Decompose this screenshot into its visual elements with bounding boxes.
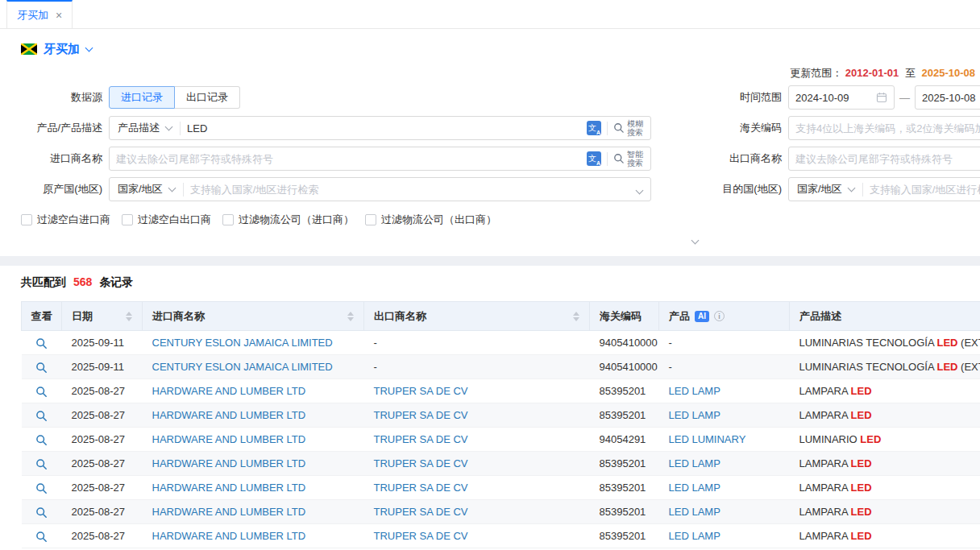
chevron-down-icon[interactable] — [85, 44, 93, 52]
desc-highlight: LED — [851, 482, 872, 494]
tab-close-icon[interactable]: × — [56, 10, 62, 21]
hs-code-cell: 85395201 — [590, 476, 659, 500]
tab-label: 牙买加 — [17, 8, 48, 23]
col-exporter-label: 出口商名称 — [374, 309, 426, 324]
table-row: 2025-09-11CENTURY ESLON JAMAICA LIMITED-… — [22, 355, 980, 379]
product-cell: LED LUMINARY — [659, 428, 790, 452]
magnifier-icon — [35, 434, 48, 446]
exporter-cell: TRUPER SA DE CV — [364, 452, 590, 476]
desc-highlight: LED — [851, 385, 872, 397]
table-row: 2025-08-27HARDWARE AND LUMBER LTDTRUPER … — [22, 403, 980, 428]
exporter-cell: TRUPER SA DE CV — [364, 403, 590, 428]
origin-country-input[interactable] — [184, 184, 637, 196]
origin-type-select[interactable]: 国家/地区 — [110, 182, 183, 196]
exporter-cell: TRUPER SA DE CV — [364, 500, 590, 524]
view-record-button[interactable] — [35, 386, 48, 398]
date-cell: 2025-08-27 — [62, 500, 143, 524]
exporter-link[interactable]: TRUPER SA DE CV — [374, 457, 468, 469]
checkbox-filter-logistics-exporter[interactable]: 过滤物流公司（出口商） — [365, 213, 496, 227]
translate-icon[interactable]: 文A — [587, 121, 601, 135]
search-icon — [613, 153, 625, 164]
exporter-link[interactable]: TRUPER SA DE CV — [374, 530, 468, 542]
view-record-button[interactable] — [35, 531, 48, 543]
importer-link[interactable]: CENTURY ESLON JAMAICA LIMITED — [152, 361, 333, 373]
origin-type-select-value: 国家/地区 — [118, 182, 163, 196]
checkbox-filter-logistics-importer[interactable]: 过滤物流公司（进口商） — [222, 213, 354, 227]
smart-search-toggle[interactable]: 智能搜索 — [613, 150, 644, 167]
exporter-name-input[interactable] — [789, 153, 980, 165]
importer-cell: HARDWARE AND LUMBER LTD — [143, 524, 364, 548]
exporter-link[interactable]: TRUPER SA DE CV — [374, 385, 468, 397]
product-type-select[interactable]: 产品描述 — [110, 121, 180, 135]
desc-highlight: LED — [851, 530, 872, 542]
checkbox-icon[interactable] — [122, 214, 133, 225]
importer-link[interactable]: HARDWARE AND LUMBER LTD — [152, 506, 306, 518]
origin-dropdown[interactable] — [637, 184, 650, 196]
checkbox-icon[interactable] — [21, 214, 32, 225]
collapse-filters-button[interactable] — [683, 235, 706, 248]
export-records-button[interactable]: 出口记录 — [175, 86, 240, 109]
product-link[interactable]: LED LAMP — [669, 409, 720, 421]
desc-text: LUMINARIO — [799, 433, 861, 445]
view-record-button[interactable] — [35, 410, 48, 422]
desc-highlight: LED — [860, 433, 881, 445]
checkbox-icon[interactable] — [365, 214, 376, 225]
product-link[interactable]: LED LAMP — [669, 385, 720, 397]
importer-cell: CENTURY ESLON JAMAICA LIMITED — [143, 331, 364, 355]
end-date-input[interactable]: 2025-10-08 — [915, 85, 980, 110]
exporter-link[interactable]: TRUPER SA DE CV — [374, 482, 468, 494]
importer-name-input[interactable] — [110, 153, 580, 165]
view-record-button[interactable] — [35, 482, 48, 494]
product-link[interactable]: LED LAMP — [669, 506, 720, 518]
sort-importer[interactable] — [347, 312, 354, 321]
exporter-link[interactable]: TRUPER SA DE CV — [374, 506, 468, 518]
view-record-button[interactable] — [35, 362, 48, 374]
exporter-link[interactable]: TRUPER SA DE CV — [374, 409, 468, 421]
checkbox-filter-blank-exporter[interactable]: 过滤空白出口商 — [122, 213, 211, 227]
checkbox-filter-blank-importer[interactable]: 过滤空白进口商 — [21, 213, 110, 227]
hs-code-cell: 85395201 — [590, 500, 659, 524]
exporter-link[interactable]: TRUPER SA DE CV — [374, 433, 468, 445]
destination-country-input[interactable] — [863, 184, 980, 196]
view-record-button[interactable] — [35, 434, 48, 446]
product-link[interactable]: LED LAMP — [669, 457, 720, 469]
form-row-2: 产品/产品描述 产品描述 文A — [0, 116, 980, 140]
product-cell: LED LAMP — [659, 403, 790, 428]
product-link[interactable]: LED LAMP — [669, 482, 720, 494]
col-product-label: 产品 — [669, 309, 690, 324]
smart-search-label: 智能搜索 — [627, 150, 644, 167]
info-icon[interactable]: i — [714, 311, 725, 321]
importer-link[interactable]: HARDWARE AND LUMBER LTD — [152, 433, 306, 445]
exporter-cell: TRUPER SA DE CV — [364, 524, 590, 548]
desc-highlight: LED — [851, 506, 872, 518]
country-header[interactable]: 牙买加 — [0, 29, 980, 58]
importer-link[interactable]: HARDWARE AND LUMBER LTD — [152, 457, 306, 469]
importer-link[interactable]: HARDWARE AND LUMBER LTD — [152, 409, 306, 421]
sort-exporter[interactable] — [573, 312, 579, 321]
importer-cell: HARDWARE AND LUMBER LTD — [143, 428, 364, 452]
importer-link[interactable]: HARDWARE AND LUMBER LTD — [152, 482, 306, 494]
origin-label: 原产国(地区) — [0, 182, 109, 196]
tab-jamaica[interactable]: 牙买加 × — [6, 0, 73, 28]
destination-type-select[interactable]: 国家/地区 — [789, 182, 862, 196]
col-view: 查看 — [22, 302, 62, 331]
sort-date[interactable] — [126, 312, 132, 321]
product-search-input[interactable] — [181, 122, 580, 134]
start-date-input[interactable]: 2024-10-09 — [788, 85, 895, 110]
exporter-cell: TRUPER SA DE CV — [364, 476, 590, 500]
chevron-down-icon — [168, 184, 176, 192]
fuzzy-search-toggle[interactable]: 模糊搜索 — [613, 119, 644, 137]
chevron-down-icon — [847, 184, 855, 192]
product-link[interactable]: LED LAMP — [669, 530, 720, 542]
checkbox-icon[interactable] — [222, 214, 234, 225]
view-record-button[interactable] — [35, 507, 48, 519]
view-record-button[interactable] — [35, 458, 48, 470]
importer-link[interactable]: HARDWARE AND LUMBER LTD — [152, 385, 306, 397]
hs-code-input[interactable] — [789, 122, 980, 134]
product-link[interactable]: LED LUMINARY — [669, 433, 746, 445]
import-records-button[interactable]: 进口记录 — [109, 86, 175, 109]
translate-icon[interactable]: 文A — [587, 151, 601, 166]
importer-link[interactable]: HARDWARE AND LUMBER LTD — [152, 530, 306, 542]
importer-link[interactable]: CENTURY ESLON JAMAICA LIMITED — [152, 337, 333, 349]
view-record-button[interactable] — [35, 337, 48, 349]
